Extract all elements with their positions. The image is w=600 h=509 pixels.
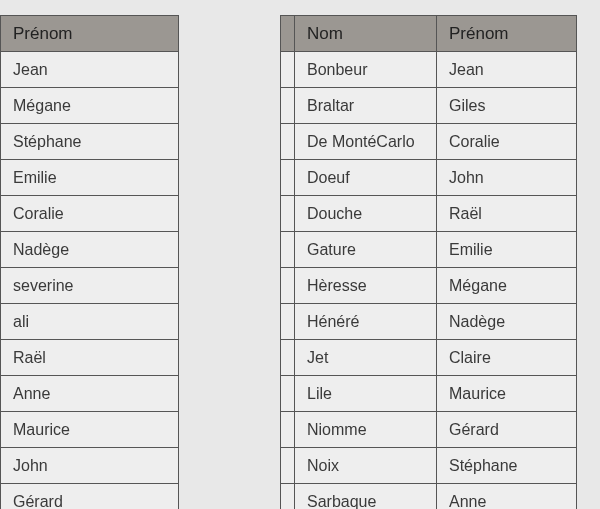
header-nom: Nom (295, 16, 437, 52)
table-row: severine (0, 268, 179, 304)
cell-prenom: Claire (437, 340, 577, 376)
header-prenom: Prénom (437, 16, 577, 52)
cell-nom: Hèresse (295, 268, 437, 304)
cell-nom: Noix (295, 448, 437, 484)
table-row: Gérard (0, 484, 179, 510)
table-row: Maurice (0, 412, 179, 448)
cell-prenom: Coralie (1, 196, 179, 232)
table-row: HèresseMégane (281, 268, 577, 304)
cell-prenom: Maurice (1, 412, 179, 448)
cell-prenom: Anne (1, 376, 179, 412)
cell-prenom: Jean (1, 52, 179, 88)
cell-nom: Jet (295, 340, 437, 376)
cell-prenom: Raël (437, 196, 577, 232)
cell-nom: Douche (295, 196, 437, 232)
cell-prenom: Mégane (1, 88, 179, 124)
header-stub (281, 16, 295, 52)
cell-prenom: Giles (437, 88, 577, 124)
cell-prenom: Mégane (437, 268, 577, 304)
cell-prenom: Stéphane (1, 124, 179, 160)
cell-prenom: Nadège (1, 232, 179, 268)
cell-prenom: Coralie (437, 124, 577, 160)
table-row: GatureEmilie (281, 232, 577, 268)
right-table: Nom Prénom BonbeurJean BraltarGiles De M… (280, 15, 577, 509)
table-row: Mégane (0, 88, 179, 124)
cell-nom: Braltar (295, 88, 437, 124)
cell-prenom: Nadège (437, 304, 577, 340)
table-row: Emilie (0, 160, 179, 196)
cell-prenom: Stéphane (437, 448, 577, 484)
table-row: BonbeurJean (281, 52, 577, 88)
table-header-row: Nom Prénom (281, 16, 577, 52)
cell-prenom: Gérard (437, 412, 577, 448)
table-row: Stéphane (0, 124, 179, 160)
table-row: SarbaqueAnne (281, 484, 577, 510)
cell-nom: Niomme (295, 412, 437, 448)
left-table: Prénom Jean Mégane Stéphane Emilie Coral… (0, 15, 179, 509)
cell-nom: Bonbeur (295, 52, 437, 88)
table-row: Raël (0, 340, 179, 376)
cell-prenom: John (437, 160, 577, 196)
cell-nom: Doeuf (295, 160, 437, 196)
table-row: NiommeGérard (281, 412, 577, 448)
table-row: HénéréNadège (281, 304, 577, 340)
table-row: Anne (0, 376, 179, 412)
cell-prenom: Anne (437, 484, 577, 510)
cell-prenom: Emilie (1, 160, 179, 196)
table-row: NoixStéphane (281, 448, 577, 484)
cell-prenom: severine (1, 268, 179, 304)
table-header-row: Prénom (0, 16, 179, 52)
table-row: Nadège (0, 232, 179, 268)
cell-prenom: Maurice (437, 376, 577, 412)
cell-prenom: Emilie (437, 232, 577, 268)
table-row: ali (0, 304, 179, 340)
header-prenom: Prénom (1, 16, 179, 52)
table-row: Coralie (0, 196, 179, 232)
table-row: John (0, 448, 179, 484)
cell-nom: Sarbaque (295, 484, 437, 510)
table-row: Jean (0, 52, 179, 88)
table-row: De MontéCarloCoralie (281, 124, 577, 160)
cell-prenom: Gérard (1, 484, 179, 510)
cell-prenom: Raël (1, 340, 179, 376)
cell-nom: De MontéCarlo (295, 124, 437, 160)
table-row: DoeufJohn (281, 160, 577, 196)
table-row: DoucheRaël (281, 196, 577, 232)
table-row: LileMaurice (281, 376, 577, 412)
cell-nom: Hénéré (295, 304, 437, 340)
cell-nom: Lile (295, 376, 437, 412)
cell-prenom: John (1, 448, 179, 484)
cell-nom: Gature (295, 232, 437, 268)
table-row: JetClaire (281, 340, 577, 376)
table-row: BraltarGiles (281, 88, 577, 124)
cell-prenom: ali (1, 304, 179, 340)
cell-prenom: Jean (437, 52, 577, 88)
